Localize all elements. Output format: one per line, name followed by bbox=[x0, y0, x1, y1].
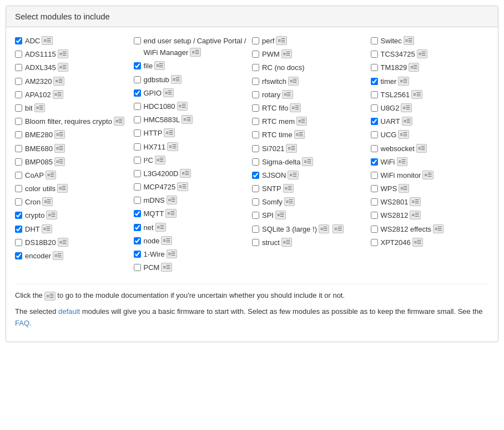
checkbox-crypto[interactable] bbox=[15, 212, 22, 219]
checkbox-l3g4200d[interactable] bbox=[134, 170, 141, 177]
checkbox-ws2812[interactable] bbox=[371, 212, 378, 219]
checkbox-bit[interactable] bbox=[15, 104, 22, 112]
doc-icon-am2320[interactable]: ≡☰ bbox=[53, 77, 64, 86]
checkbox-tcs34725[interactable] bbox=[371, 51, 378, 58]
checkbox-hx711[interactable] bbox=[134, 143, 141, 151]
doc-icon-pwm[interactable]: ≡☰ bbox=[281, 49, 292, 58]
checkbox-tm1829[interactable] bbox=[371, 64, 378, 71]
checkbox-perf[interactable] bbox=[252, 37, 259, 44]
checkbox-wps[interactable] bbox=[371, 185, 378, 192]
doc-icon-l3g4200d[interactable]: ≡☰ bbox=[180, 169, 190, 178]
checkbox-sqlite3[interactable] bbox=[252, 226, 259, 233]
doc-icon-cron[interactable]: ≡☰ bbox=[42, 197, 53, 206]
doc-icon-encoder[interactable]: ≡☰ bbox=[53, 251, 63, 260]
checkbox-net[interactable] bbox=[134, 224, 141, 231]
doc-icon-gpio[interactable]: ≡☰ bbox=[163, 88, 174, 97]
faq-link[interactable]: FAQ bbox=[15, 319, 29, 327]
doc-icon-sjson[interactable]: ≡☰ bbox=[288, 171, 298, 179]
checkbox-wifi[interactable] bbox=[371, 158, 378, 166]
checkbox-ws2812effects[interactable] bbox=[371, 226, 378, 233]
checkbox-ds18b20[interactable] bbox=[15, 239, 22, 246]
doc-icon-xpt2046[interactable]: ≡☰ bbox=[412, 238, 423, 247]
checkbox-http[interactable] bbox=[134, 129, 141, 137]
checkbox-ucg[interactable] bbox=[371, 131, 378, 138]
doc-icon-perf[interactable]: ≡☰ bbox=[276, 36, 286, 45]
checkbox-coap[interactable] bbox=[15, 172, 22, 179]
doc-icon-rtcmem[interactable]: ≡☰ bbox=[296, 117, 307, 126]
checkbox-rtcfifo[interactable] bbox=[252, 104, 259, 112]
doc-icon-u8g2[interactable]: ≡☰ bbox=[401, 103, 411, 112]
checkbox-spi[interactable] bbox=[252, 212, 259, 219]
doc-icon-rtcfifo[interactable]: ≡☰ bbox=[290, 103, 300, 112]
checkbox-mqtt[interactable] bbox=[134, 210, 141, 217]
checkbox-bmp085[interactable] bbox=[15, 158, 22, 166]
doc-icon-sigmadelta[interactable]: ≡☰ bbox=[302, 157, 313, 166]
doc-icon-node[interactable]: ≡☰ bbox=[161, 236, 172, 245]
checkbox-uart[interactable] bbox=[371, 118, 378, 125]
doc-icon-ws2812effects[interactable]: ≡☰ bbox=[433, 224, 443, 233]
doc-icon-wifi[interactable]: ≡☰ bbox=[397, 157, 407, 166]
checkbox-rtcmem[interactable] bbox=[252, 118, 259, 125]
doc-icon-rotary[interactable]: ≡☰ bbox=[282, 90, 293, 99]
doc-icon-websocket[interactable]: ≡☰ bbox=[416, 144, 427, 153]
doc-icon-enduser[interactable]: ≡☰ bbox=[190, 48, 200, 57]
doc-icon-timer[interactable]: ≡☰ bbox=[398, 77, 409, 86]
doc-icon-bloom[interactable]: ≡☰ bbox=[114, 117, 124, 126]
doc-icon-apa102[interactable]: ≡☰ bbox=[53, 90, 63, 99]
doc-icon-hx711[interactable]: ≡☰ bbox=[167, 142, 178, 151]
checkbox-timer[interactable] bbox=[371, 78, 378, 85]
checkbox-mcp4725[interactable] bbox=[134, 183, 141, 191]
doc-icon-ads1115[interactable]: ≡☰ bbox=[58, 49, 68, 58]
doc-icon-bme680[interactable]: ≡☰ bbox=[54, 144, 65, 153]
doc-icon-ws2812[interactable]: ≡☰ bbox=[410, 211, 420, 219]
checkbox-sjson[interactable] bbox=[252, 172, 259, 179]
doc-icon-net[interactable]: ≡☰ bbox=[155, 223, 166, 232]
doc-icon-mqtt[interactable]: ≡☰ bbox=[165, 209, 176, 218]
doc-icon-bmp085[interactable]: ≡☰ bbox=[54, 157, 65, 166]
doc-icon-crypto[interactable]: ≡☰ bbox=[46, 211, 57, 219]
doc-icon-ds18b20[interactable]: ≡☰ bbox=[58, 238, 68, 247]
doc-icon-http[interactable]: ≡☰ bbox=[164, 128, 174, 137]
doc-icon-hdc1080[interactable]: ≡☰ bbox=[177, 102, 188, 111]
doc-icon-file[interactable]: ≡☰ bbox=[154, 61, 165, 70]
checkbox-1wire[interactable] bbox=[134, 251, 141, 258]
doc-icon-switec[interactable]: ≡☰ bbox=[404, 36, 414, 45]
checkbox-bme280[interactable] bbox=[15, 131, 22, 138]
doc-icon-uart[interactable]: ≡☰ bbox=[402, 117, 412, 126]
doc-icon-tm1829[interactable]: ≡☰ bbox=[409, 63, 419, 72]
doc-icon-1wire[interactable]: ≡☰ bbox=[167, 249, 177, 258]
checkbox-i2c[interactable] bbox=[134, 157, 141, 164]
checkbox-si7021[interactable] bbox=[252, 145, 259, 152]
checkbox-ads1115[interactable] bbox=[15, 51, 22, 58]
doc-icon-wifimonitor[interactable]: ≡☰ bbox=[422, 171, 433, 179]
doc-icon-rtctime[interactable]: ≡☰ bbox=[294, 130, 305, 139]
doc-icon-pcm[interactable]: ≡☰ bbox=[161, 263, 172, 272]
checkbox-node[interactable] bbox=[134, 237, 141, 244]
doc-icon-mcp4725[interactable]: ≡☰ bbox=[177, 182, 188, 191]
checkbox-xpt2046[interactable] bbox=[371, 239, 378, 246]
checkbox-apa102[interactable] bbox=[15, 91, 22, 98]
checkbox-file[interactable] bbox=[134, 62, 141, 69]
checkbox-sigmadelta[interactable] bbox=[252, 158, 259, 166]
checkbox-bme680[interactable] bbox=[15, 145, 22, 152]
checkbox-switec[interactable] bbox=[371, 37, 378, 44]
checkbox-color[interactable] bbox=[15, 185, 22, 192]
checkbox-enduser[interactable] bbox=[134, 37, 141, 44]
doc-icon-wps[interactable]: ≡☰ bbox=[399, 184, 409, 193]
checkbox-am2320[interactable] bbox=[15, 78, 22, 85]
checkbox-sntp[interactable] bbox=[252, 185, 259, 192]
checkbox-hdc1080[interactable] bbox=[134, 103, 141, 110]
checkbox-adxl345[interactable] bbox=[15, 64, 22, 71]
checkbox-wifimonitor[interactable] bbox=[371, 172, 378, 179]
checkbox-bloom[interactable] bbox=[15, 118, 22, 125]
checkbox-cron[interactable] bbox=[15, 198, 22, 206]
doc-icon-tsl2561[interactable]: ≡☰ bbox=[411, 90, 422, 99]
doc-icon-bme280[interactable]: ≡☰ bbox=[54, 130, 65, 139]
doc-icon-rfswitch[interactable]: ≡☰ bbox=[288, 77, 299, 86]
doc-icon-bit[interactable]: ≡☰ bbox=[34, 103, 45, 112]
doc-icon-coap[interactable]: ≡☰ bbox=[46, 171, 56, 179]
checkbox-ws2801[interactable] bbox=[371, 198, 378, 206]
doc-icon-gdbstub[interactable]: ≡☰ bbox=[171, 75, 182, 84]
checkbox-tsl2561[interactable] bbox=[371, 91, 378, 98]
doc-icon-sqlite3[interactable]: ≡☰ bbox=[319, 224, 329, 233]
